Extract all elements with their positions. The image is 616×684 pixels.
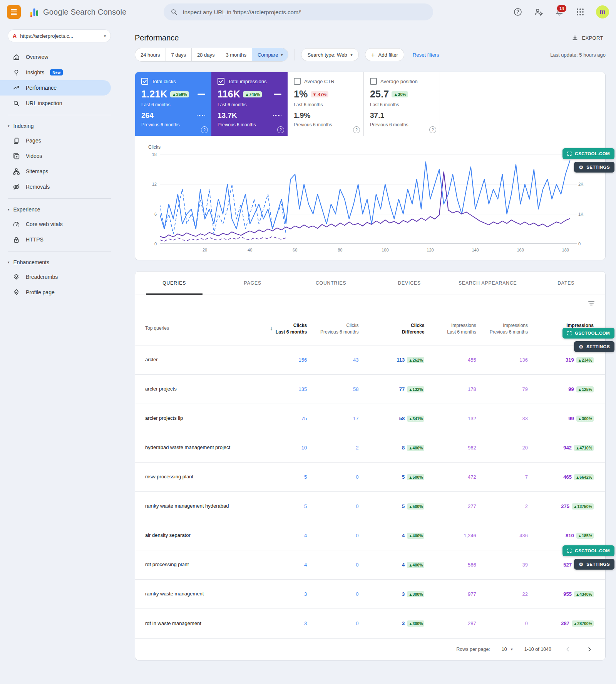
sidebar-item-sitemaps[interactable]: Sitemaps bbox=[8, 164, 111, 179]
help-icon[interactable]: ? bbox=[201, 126, 208, 133]
unchecked-checkbox[interactable] bbox=[294, 78, 301, 85]
sidebar-item-performance[interactable]: Performance bbox=[0, 80, 111, 96]
tab-dates[interactable]: DATES bbox=[527, 272, 606, 295]
sidebar-item-overview[interactable]: Overview bbox=[8, 49, 111, 65]
query-cell[interactable]: hyderabad waste management project bbox=[135, 433, 267, 463]
sidebar-item-removals[interactable]: Removals bbox=[8, 179, 111, 194]
help-icon[interactable]: ? bbox=[353, 126, 360, 133]
extension-settings-button[interactable]: ⚙SETTINGS bbox=[574, 559, 614, 570]
performance-chart-plot[interactable] bbox=[160, 154, 577, 244]
metric-cell: 436 bbox=[488, 521, 539, 550]
next-page-button[interactable] bbox=[584, 644, 594, 654]
query-cell[interactable]: arcler projects llp bbox=[135, 404, 267, 433]
manage-users-icon[interactable] bbox=[534, 7, 544, 17]
url-inspect-search[interactable] bbox=[164, 3, 433, 20]
tab-pages[interactable]: PAGES bbox=[214, 272, 292, 295]
help-icon[interactable]: ? bbox=[429, 126, 436, 133]
column-header-clicks-previous-6-months[interactable]: ClicksPrevious 6 months bbox=[318, 311, 370, 345]
sidebar-item-breadcrumbs[interactable]: Breadcrumbs bbox=[8, 269, 111, 285]
sidebar-item-core-web-vitals[interactable]: Core web vitals bbox=[8, 216, 111, 232]
metric-cell: 33 bbox=[488, 404, 539, 433]
date-range-28-days[interactable]: 28 days bbox=[192, 48, 221, 61]
app-logo[interactable]: Google Search Console bbox=[29, 7, 127, 17]
gsctool-button[interactable]: GSCTOOL.COM bbox=[562, 148, 614, 159]
table-row[interactable]: rdf in waste management303▲300%2870287▲2… bbox=[135, 609, 605, 638]
query-cell[interactable]: air density separator bbox=[135, 521, 267, 550]
compare-button[interactable]: Compare▾ bbox=[252, 48, 288, 61]
reset-filters-link[interactable]: Reset filters bbox=[410, 52, 442, 58]
help-icon[interactable]: ? bbox=[277, 126, 284, 133]
sidebar-section-indexing[interactable]: ▾Indexing bbox=[8, 119, 111, 133]
table-row[interactable]: arcler projects llp751758▲341%1323399▲30… bbox=[135, 404, 605, 433]
menu-hamburger-button[interactable] bbox=[7, 5, 21, 19]
tab-queries[interactable]: QUERIES bbox=[135, 272, 214, 295]
gsctool-button[interactable]: GSCTOOL.COM bbox=[562, 328, 614, 339]
sidebar-item-https[interactable]: HTTPS bbox=[8, 232, 111, 247]
checked-checkbox[interactable] bbox=[141, 78, 148, 85]
sidebar-item-profile-page[interactable]: Profile page bbox=[8, 285, 111, 300]
sidebar-item-insights[interactable]: InsightsNew bbox=[8, 65, 111, 80]
chart-plot-area[interactable] bbox=[160, 154, 577, 244]
query-cell[interactable]: arcler projects bbox=[135, 375, 267, 404]
column-header-impressions-last-6-months[interactable]: ImpressionsLast 6 months bbox=[436, 311, 487, 345]
column-header-impressions-previous-6-months[interactable]: ImpressionsPrevious 6 months bbox=[488, 311, 539, 345]
metric-cell: 0 bbox=[318, 609, 370, 638]
tab-countries[interactable]: COUNTRIES bbox=[292, 272, 370, 295]
table-row[interactable]: rdf processing plant404▲400%56639527▲135… bbox=[135, 550, 605, 580]
query-cell[interactable]: rdf in waste management bbox=[135, 609, 267, 638]
query-cell[interactable]: ramky waste management hyderabad bbox=[135, 492, 267, 521]
metric-tile-total-impressions[interactable]: Total impressions116K▲745%Last 6 months1… bbox=[211, 72, 288, 136]
export-button[interactable]: EXPORT bbox=[569, 34, 606, 42]
metric-tile-average-ctr[interactable]: Average CTR1%▼-47%Last 6 months1.9%Previ… bbox=[288, 72, 364, 136]
table-row[interactable]: arcler projects1355877▲132%1787999▲125% bbox=[135, 375, 605, 404]
date-range-3-months[interactable]: 3 months bbox=[220, 48, 252, 61]
unchecked-checkbox[interactable] bbox=[370, 78, 377, 85]
apps-grid-icon[interactable] bbox=[575, 7, 585, 17]
tab-devices[interactable]: DEVICES bbox=[370, 272, 449, 295]
table-row[interactable]: ramky waste management303▲300%97722955▲4… bbox=[135, 580, 605, 609]
table-row[interactable]: air density separator404▲400%1,246436810… bbox=[135, 521, 605, 550]
query-cell[interactable]: arcler bbox=[135, 345, 267, 375]
sidebar-section-experience[interactable]: ▾Experience bbox=[8, 203, 111, 216]
metric-cell: 0 bbox=[318, 521, 370, 550]
sidebar-item-label: Removals bbox=[26, 184, 50, 190]
gsctool-button[interactable]: GSCTOOL.COM bbox=[562, 545, 614, 556]
user-avatar[interactable]: m bbox=[596, 5, 609, 18]
metric-tile-average-position[interactable]: Average position25.7▲30%Last 6 months37.… bbox=[364, 72, 440, 136]
table-row[interactable]: arcler15643113▲262%455136319▲234% bbox=[135, 345, 605, 375]
help-icon[interactable] bbox=[513, 7, 523, 17]
change-badge: ▲359% bbox=[170, 91, 189, 97]
sidebar-section-enhancements[interactable]: ▾Enhancements bbox=[8, 255, 111, 269]
date-range-24-hours[interactable]: 24 hours bbox=[135, 48, 166, 61]
filter-list-icon[interactable] bbox=[588, 301, 594, 305]
sidebar-item-pages[interactable]: Pages bbox=[8, 133, 111, 148]
query-cell[interactable]: msw processing plant bbox=[135, 463, 267, 492]
table-row[interactable]: msw processing plant505▲500%4727465▲6642… bbox=[135, 463, 605, 492]
sidebar-item-url-inspection[interactable]: URL inspection bbox=[8, 96, 111, 111]
column-header-top-queries[interactable]: Top queries bbox=[135, 311, 267, 345]
query-cell[interactable]: ramky waste management bbox=[135, 580, 267, 609]
url-inspect-input[interactable] bbox=[182, 8, 426, 16]
search-type-filter[interactable]: Search type: Web▾ bbox=[301, 48, 358, 61]
add-filter-button[interactable]: +Add filter bbox=[365, 48, 404, 61]
performance-summary-panel: Total clicks1.21K▲359%Last 6 months264Pr… bbox=[135, 72, 606, 260]
lightbulb-icon bbox=[13, 69, 20, 76]
extension-settings-button[interactable]: ⚙SETTINGS bbox=[574, 162, 614, 173]
previous-page-button[interactable] bbox=[563, 644, 573, 654]
change-badge: ▲125% bbox=[576, 386, 594, 392]
sidebar-item-videos[interactable]: Videos bbox=[8, 148, 111, 164]
extension-settings-button[interactable]: ⚙SETTINGS bbox=[574, 341, 614, 352]
notifications-bell-icon[interactable]: 14 bbox=[554, 7, 564, 17]
sidebar-item-label: Profile page bbox=[26, 289, 55, 295]
column-header-clicks-last-6-months[interactable]: ↓ClicksLast 6 months bbox=[267, 311, 318, 345]
metric-tile-total-clicks[interactable]: Total clicks1.21K▲359%Last 6 months264Pr… bbox=[135, 72, 211, 136]
table-row[interactable]: hyderabad waste management project1028▲4… bbox=[135, 433, 605, 463]
tab-search-appearance[interactable]: SEARCH APPEARANCE bbox=[449, 272, 527, 295]
query-cell[interactable]: rdf processing plant bbox=[135, 550, 267, 580]
property-selector[interactable]: A https://arclerprojects.c... ▾ bbox=[8, 29, 111, 42]
date-range-7-days[interactable]: 7 days bbox=[166, 48, 192, 61]
checked-checkbox[interactable] bbox=[218, 78, 224, 85]
rows-per-page-select[interactable]: 10▾ bbox=[502, 647, 513, 652]
table-row[interactable]: ramky waste management hyderabad505▲500%… bbox=[135, 492, 605, 521]
column-header-clicks-difference[interactable]: ClicksDifference bbox=[370, 311, 436, 345]
